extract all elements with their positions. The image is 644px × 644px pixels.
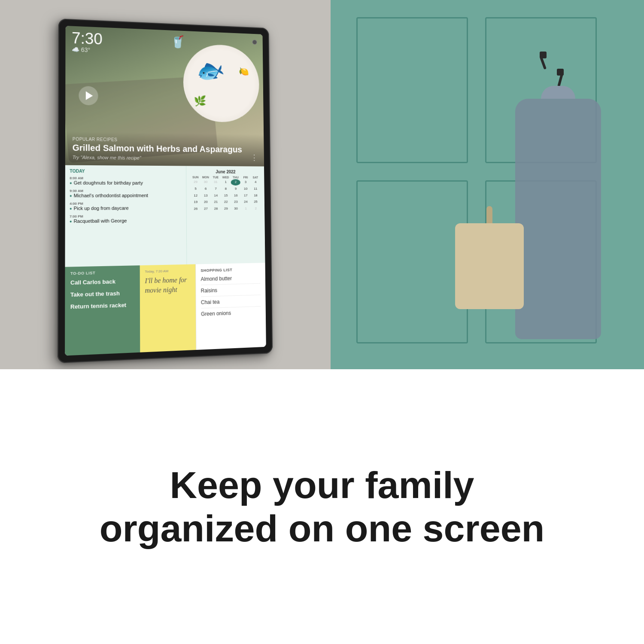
recipe-subtitle: Try "Alexa, show me this recipe" (73, 155, 258, 161)
more-options-icon[interactable]: ⋮ (251, 153, 258, 162)
schedule-time: 9:30 AM (70, 189, 182, 193)
bullet-icon: • (70, 193, 72, 199)
widgets-section: To-Do List Call Carlos back Take out the… (65, 263, 266, 355)
schedule-item-4: 7:00 PM • Racquetball with George (70, 214, 182, 225)
bullet-icon: • (70, 206, 72, 212)
cal-header: SUN (191, 176, 200, 179)
note-content: I'll be home for movie night (145, 275, 190, 296)
cal-day: 13 (201, 192, 211, 199)
hero-section: 🐟 🌿 🍋 🥤 7:30 ☁️ 63° (65, 26, 264, 167)
cal-header: WED (221, 176, 230, 179)
hero-time: 7:30 ☁️ 63° (72, 30, 103, 54)
todo-widget-header: To-Do List (70, 270, 134, 276)
cal-day: 2 (251, 206, 261, 212)
tagline-line2: organized on one screen (100, 507, 545, 550)
bullet-icon: • (70, 219, 72, 225)
cal-day: 24 (241, 199, 250, 206)
cal-day: 21 (211, 199, 221, 206)
temperature-display: 63° (81, 46, 91, 54)
cal-day: 31 (211, 179, 221, 185)
cal-day: 12 (191, 193, 200, 199)
cal-header: TUE (211, 176, 220, 179)
recipe-overlay: Popular Recipes Grilled Salmon with Herb… (65, 131, 264, 167)
cal-day: 18 (251, 192, 260, 198)
time-display: 7:30 (72, 30, 103, 47)
cal-day: 29 (221, 206, 231, 213)
schedule-item-2: 9:30 AM • Michael's orthodontist appoint… (70, 189, 182, 199)
todo-widget: To-Do List Call Carlos back Take out the… (65, 265, 140, 355)
cal-day: 8 (221, 186, 231, 192)
schedule-desc: • Pick up dog from daycare (70, 205, 182, 212)
cal-day: 10 (241, 186, 250, 192)
cal-day: 14 (211, 192, 221, 199)
cal-day: 29 (191, 179, 200, 185)
bullet-icon: • (70, 180, 72, 186)
cal-day: 4 (251, 179, 260, 185)
cal-day: 3 (241, 179, 250, 185)
schedule-item-1: 8:00 AM • Get doughnuts for birthday par… (70, 176, 182, 186)
cal-day: 23 (231, 199, 240, 206)
cal-header: MON (201, 176, 211, 179)
todo-item-1: Call Carlos back (70, 278, 134, 287)
cal-header: SAT (251, 176, 260, 179)
schedule-desc: • Get doughnuts for birthday party (70, 180, 182, 186)
cal-day: 26 (191, 206, 200, 213)
tagline-line1: Keep your family (170, 464, 474, 506)
note-widget: Today, 7:20 AM I'll be home for movie ni… (140, 264, 196, 352)
jacket (515, 86, 601, 343)
cal-header: THU (231, 176, 240, 179)
shopping-item-3: Chai tea (201, 298, 261, 308)
shopping-widget-header: Shopping List (200, 267, 260, 273)
calendar-grid: SUN MON TUE WED THU FRI SAT 29 30 31 1 2… (191, 176, 261, 212)
echo-show-device[interactable]: 🐟 🌿 🍋 🥤 7:30 ☁️ 63° (58, 18, 273, 363)
schedule-item-3: 4:00 PM • Pick up dog from daycare (70, 201, 182, 212)
cal-day: 28 (211, 206, 221, 213)
mini-calendar: June 2022 SUN MON TUE WED THU FRI SAT 29… (186, 166, 265, 264)
cal-day: 17 (241, 192, 250, 199)
cal-day: 9 (231, 186, 240, 192)
cal-day: 16 (231, 192, 240, 199)
cal-day: 7 (211, 186, 221, 192)
shopping-item-4: Green onions (201, 309, 261, 320)
cal-day-today: 2 (231, 179, 240, 185)
coat-hook (537, 52, 550, 77)
schedule-desc: • Michael's orthodontist appointment (70, 193, 182, 199)
recipe-title: Grilled Salmon with Herbs and Asparagus (73, 143, 258, 155)
schedule-desc: • Racquetball with George (70, 218, 182, 225)
today-schedule: Today 8:00 AM • Get doughnuts for birthd… (65, 165, 186, 267)
device-screen: 🐟 🌿 🍋 🥤 7:30 ☁️ 63° (65, 26, 266, 355)
tagline-text: Keep your family organized on one screen (100, 463, 545, 550)
play-button[interactable] (79, 86, 98, 105)
tagline-section: Keep your family organized on one screen (0, 369, 644, 644)
cal-day: 1 (221, 179, 231, 185)
cal-day: 25 (251, 199, 260, 206)
cal-day: 22 (221, 199, 231, 206)
cal-day: 15 (221, 192, 231, 199)
shopping-widget: Shopping List Almond butter Raisins Chai… (195, 263, 266, 350)
calendar-today-section: Today 8:00 AM • Get doughnuts for birthd… (65, 165, 265, 267)
shopping-item-2: Raisins (201, 286, 261, 297)
todo-item-2: Take out the trash (70, 289, 134, 299)
cal-day: 11 (251, 186, 260, 192)
cal-day: 27 (201, 206, 211, 213)
cal-day: 19 (191, 199, 200, 206)
today-header: Today (70, 169, 182, 174)
bag (455, 206, 524, 309)
shopping-item-1: Almond butter (200, 275, 260, 285)
camera-indicator (252, 39, 257, 45)
cal-day: 6 (201, 186, 211, 192)
door-panel (356, 17, 468, 163)
cal-day: 1 (241, 206, 251, 212)
cal-header: FRI (241, 176, 250, 179)
todo-item-3: Return tennis racket (70, 301, 134, 311)
cal-day: 30 (231, 206, 240, 212)
note-timestamp: Today, 7:20 AM (145, 269, 190, 273)
play-triangle-icon (86, 91, 93, 100)
calendar-title: June 2022 (191, 169, 260, 174)
cal-day: 5 (191, 186, 200, 192)
cal-day: 20 (201, 199, 211, 206)
device-frame: 🐟 🌿 🍋 🥤 7:30 ☁️ 63° (58, 18, 273, 363)
drink-icon: 🥤 (170, 34, 185, 49)
cal-day: 30 (201, 179, 211, 185)
door-panel (356, 180, 468, 343)
